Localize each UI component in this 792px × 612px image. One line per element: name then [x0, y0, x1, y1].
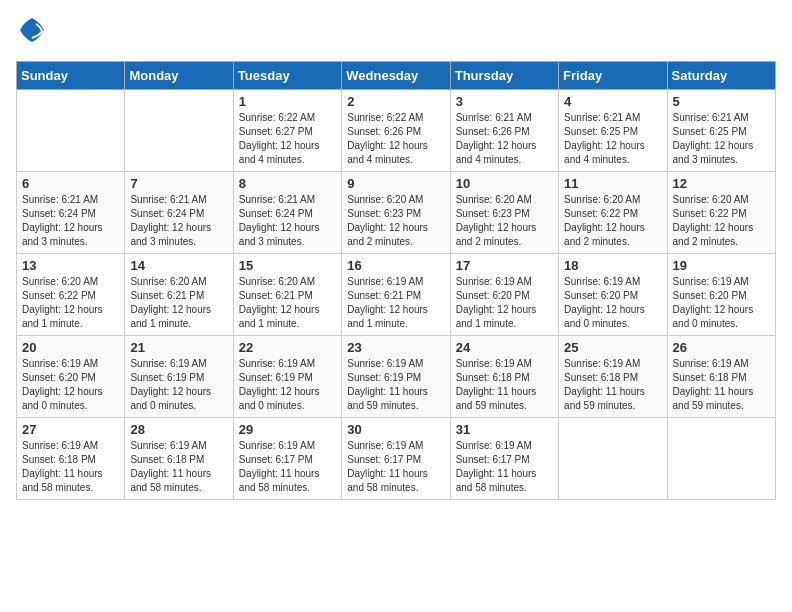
- weekday-header-tuesday: Tuesday: [233, 62, 341, 90]
- cell-info: Sunrise: 6:20 AMSunset: 6:22 PMDaylight:…: [564, 193, 661, 249]
- cell-info: Sunrise: 6:19 AMSunset: 6:17 PMDaylight:…: [239, 439, 336, 495]
- weekday-header-thursday: Thursday: [450, 62, 558, 90]
- cell-info: Sunrise: 6:20 AMSunset: 6:21 PMDaylight:…: [130, 275, 227, 331]
- logo: [16, 16, 46, 49]
- day-number: 11: [564, 176, 661, 191]
- day-number: 1: [239, 94, 336, 109]
- cell-info: Sunrise: 6:21 AMSunset: 6:24 PMDaylight:…: [239, 193, 336, 249]
- weekday-header-monday: Monday: [125, 62, 233, 90]
- calendar-cell: [559, 418, 667, 500]
- calendar-cell: 20Sunrise: 6:19 AMSunset: 6:20 PMDayligh…: [17, 336, 125, 418]
- cell-info: Sunrise: 6:19 AMSunset: 6:19 PMDaylight:…: [347, 357, 444, 413]
- cell-info: Sunrise: 6:20 AMSunset: 6:23 PMDaylight:…: [347, 193, 444, 249]
- calendar-cell: 7Sunrise: 6:21 AMSunset: 6:24 PMDaylight…: [125, 172, 233, 254]
- calendar-cell: [667, 418, 775, 500]
- weekday-header-wednesday: Wednesday: [342, 62, 450, 90]
- calendar-cell: 19Sunrise: 6:19 AMSunset: 6:20 PMDayligh…: [667, 254, 775, 336]
- calendar-cell: 10Sunrise: 6:20 AMSunset: 6:23 PMDayligh…: [450, 172, 558, 254]
- day-number: 30: [347, 422, 444, 437]
- cell-info: Sunrise: 6:19 AMSunset: 6:19 PMDaylight:…: [130, 357, 227, 413]
- day-number: 26: [673, 340, 770, 355]
- cell-info: Sunrise: 6:19 AMSunset: 6:19 PMDaylight:…: [239, 357, 336, 413]
- day-number: 22: [239, 340, 336, 355]
- day-number: 31: [456, 422, 553, 437]
- cell-info: Sunrise: 6:19 AMSunset: 6:18 PMDaylight:…: [22, 439, 119, 495]
- calendar-cell: 13Sunrise: 6:20 AMSunset: 6:22 PMDayligh…: [17, 254, 125, 336]
- cell-info: Sunrise: 6:19 AMSunset: 6:20 PMDaylight:…: [456, 275, 553, 331]
- cell-info: Sunrise: 6:20 AMSunset: 6:23 PMDaylight:…: [456, 193, 553, 249]
- weekday-header-friday: Friday: [559, 62, 667, 90]
- calendar-cell: [17, 90, 125, 172]
- calendar-week-row: 1Sunrise: 6:22 AMSunset: 6:27 PMDaylight…: [17, 90, 776, 172]
- day-number: 28: [130, 422, 227, 437]
- calendar-cell: [125, 90, 233, 172]
- day-number: 23: [347, 340, 444, 355]
- calendar-week-row: 13Sunrise: 6:20 AMSunset: 6:22 PMDayligh…: [17, 254, 776, 336]
- logo-icon: [18, 16, 46, 44]
- day-number: 27: [22, 422, 119, 437]
- cell-info: Sunrise: 6:21 AMSunset: 6:26 PMDaylight:…: [456, 111, 553, 167]
- day-number: 10: [456, 176, 553, 191]
- day-number: 17: [456, 258, 553, 273]
- day-number: 29: [239, 422, 336, 437]
- calendar-cell: 11Sunrise: 6:20 AMSunset: 6:22 PMDayligh…: [559, 172, 667, 254]
- day-number: 14: [130, 258, 227, 273]
- day-number: 16: [347, 258, 444, 273]
- day-number: 19: [673, 258, 770, 273]
- cell-info: Sunrise: 6:22 AMSunset: 6:26 PMDaylight:…: [347, 111, 444, 167]
- calendar-cell: 1Sunrise: 6:22 AMSunset: 6:27 PMDaylight…: [233, 90, 341, 172]
- calendar-cell: 6Sunrise: 6:21 AMSunset: 6:24 PMDaylight…: [17, 172, 125, 254]
- calendar-cell: 2Sunrise: 6:22 AMSunset: 6:26 PMDaylight…: [342, 90, 450, 172]
- cell-info: Sunrise: 6:21 AMSunset: 6:24 PMDaylight:…: [130, 193, 227, 249]
- calendar-cell: 28Sunrise: 6:19 AMSunset: 6:18 PMDayligh…: [125, 418, 233, 500]
- day-number: 21: [130, 340, 227, 355]
- day-number: 4: [564, 94, 661, 109]
- calendar-week-row: 6Sunrise: 6:21 AMSunset: 6:24 PMDaylight…: [17, 172, 776, 254]
- cell-info: Sunrise: 6:19 AMSunset: 6:21 PMDaylight:…: [347, 275, 444, 331]
- page-header: [16, 16, 776, 49]
- calendar-cell: 22Sunrise: 6:19 AMSunset: 6:19 PMDayligh…: [233, 336, 341, 418]
- cell-info: Sunrise: 6:19 AMSunset: 6:17 PMDaylight:…: [456, 439, 553, 495]
- calendar-cell: 14Sunrise: 6:20 AMSunset: 6:21 PMDayligh…: [125, 254, 233, 336]
- day-number: 3: [456, 94, 553, 109]
- weekday-header-sunday: Sunday: [17, 62, 125, 90]
- calendar-cell: 26Sunrise: 6:19 AMSunset: 6:18 PMDayligh…: [667, 336, 775, 418]
- cell-info: Sunrise: 6:20 AMSunset: 6:22 PMDaylight:…: [673, 193, 770, 249]
- cell-info: Sunrise: 6:19 AMSunset: 6:17 PMDaylight:…: [347, 439, 444, 495]
- day-number: 8: [239, 176, 336, 191]
- calendar-cell: 9Sunrise: 6:20 AMSunset: 6:23 PMDaylight…: [342, 172, 450, 254]
- day-number: 20: [22, 340, 119, 355]
- calendar-cell: 29Sunrise: 6:19 AMSunset: 6:17 PMDayligh…: [233, 418, 341, 500]
- calendar-cell: 21Sunrise: 6:19 AMSunset: 6:19 PMDayligh…: [125, 336, 233, 418]
- day-number: 12: [673, 176, 770, 191]
- calendar-cell: 4Sunrise: 6:21 AMSunset: 6:25 PMDaylight…: [559, 90, 667, 172]
- calendar-cell: 3Sunrise: 6:21 AMSunset: 6:26 PMDaylight…: [450, 90, 558, 172]
- cell-info: Sunrise: 6:19 AMSunset: 6:18 PMDaylight:…: [564, 357, 661, 413]
- day-number: 25: [564, 340, 661, 355]
- calendar-cell: 8Sunrise: 6:21 AMSunset: 6:24 PMDaylight…: [233, 172, 341, 254]
- calendar-cell: 24Sunrise: 6:19 AMSunset: 6:18 PMDayligh…: [450, 336, 558, 418]
- day-number: 9: [347, 176, 444, 191]
- day-number: 13: [22, 258, 119, 273]
- calendar-cell: 15Sunrise: 6:20 AMSunset: 6:21 PMDayligh…: [233, 254, 341, 336]
- calendar-week-row: 20Sunrise: 6:19 AMSunset: 6:20 PMDayligh…: [17, 336, 776, 418]
- cell-info: Sunrise: 6:19 AMSunset: 6:18 PMDaylight:…: [456, 357, 553, 413]
- calendar-table: SundayMondayTuesdayWednesdayThursdayFrid…: [16, 61, 776, 500]
- cell-info: Sunrise: 6:22 AMSunset: 6:27 PMDaylight:…: [239, 111, 336, 167]
- cell-info: Sunrise: 6:19 AMSunset: 6:18 PMDaylight:…: [673, 357, 770, 413]
- calendar-cell: 25Sunrise: 6:19 AMSunset: 6:18 PMDayligh…: [559, 336, 667, 418]
- day-number: 24: [456, 340, 553, 355]
- day-number: 7: [130, 176, 227, 191]
- cell-info: Sunrise: 6:19 AMSunset: 6:18 PMDaylight:…: [130, 439, 227, 495]
- cell-info: Sunrise: 6:19 AMSunset: 6:20 PMDaylight:…: [22, 357, 119, 413]
- calendar-header-row: SundayMondayTuesdayWednesdayThursdayFrid…: [17, 62, 776, 90]
- day-number: 2: [347, 94, 444, 109]
- calendar-cell: 30Sunrise: 6:19 AMSunset: 6:17 PMDayligh…: [342, 418, 450, 500]
- calendar-cell: 27Sunrise: 6:19 AMSunset: 6:18 PMDayligh…: [17, 418, 125, 500]
- calendar-cell: 31Sunrise: 6:19 AMSunset: 6:17 PMDayligh…: [450, 418, 558, 500]
- cell-info: Sunrise: 6:21 AMSunset: 6:25 PMDaylight:…: [673, 111, 770, 167]
- calendar-cell: 5Sunrise: 6:21 AMSunset: 6:25 PMDaylight…: [667, 90, 775, 172]
- calendar-cell: 18Sunrise: 6:19 AMSunset: 6:20 PMDayligh…: [559, 254, 667, 336]
- cell-info: Sunrise: 6:20 AMSunset: 6:21 PMDaylight:…: [239, 275, 336, 331]
- day-number: 18: [564, 258, 661, 273]
